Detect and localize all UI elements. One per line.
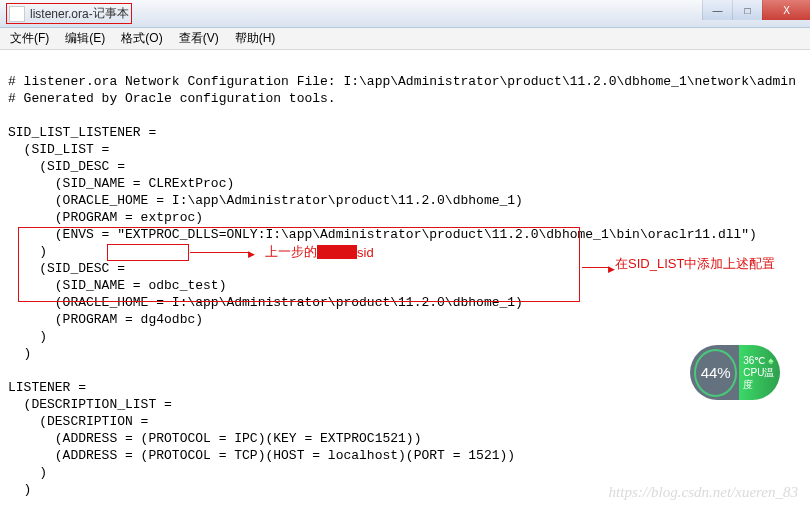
gauge-percent: 44% (694, 349, 737, 397)
close-button[interactable]: X (762, 0, 810, 20)
code-line: (ORACLE_HOME = I:\app\Administrator\prod… (8, 193, 523, 208)
sid-name-value: odbc_test (148, 278, 218, 293)
code-line: ) (8, 329, 47, 344)
window-title-app: 记事本 (93, 5, 129, 22)
code-line: ) (8, 244, 47, 259)
window-title-file: listener.ora (30, 7, 89, 21)
code-line: (PROGRAM = dg4odbc) (8, 312, 203, 327)
code-line: (SID_DESC = (8, 159, 125, 174)
title-highlight-box: listener.ora - 记事本 (6, 3, 132, 24)
code-line: ) (8, 465, 47, 480)
code-line: (DESCRIPTION = (8, 414, 148, 429)
cpu-temp-gauge: 44% 36℃ ♠ CPU温度 (690, 345, 780, 400)
code-line: (SID_DESC = (8, 261, 125, 276)
menu-edit[interactable]: 编辑(E) (59, 28, 111, 49)
code-line: SID_LIST_LISTENER = (8, 125, 156, 140)
menu-format[interactable]: 格式(O) (115, 28, 168, 49)
code-line: ) (8, 346, 31, 361)
code-text: ) (219, 278, 227, 293)
gauge-label: CPU温度 (743, 367, 780, 391)
menu-file[interactable]: 文件(F) (4, 28, 55, 49)
code-text: (SID_NAME = (8, 278, 148, 293)
annotation-arrow-sid: 上一步的 sid (190, 243, 374, 261)
code-line: # listener.ora Network Configuration Fil… (8, 74, 796, 89)
code-line: (SID_NAME = CLRExtProc) (8, 176, 234, 191)
text-editor-area[interactable]: # listener.ora Network Configuration Fil… (0, 50, 810, 507)
annotation-text-sid-post: sid (357, 245, 374, 260)
code-line: (ORACLE_HOME = I:\app\Administrator\prod… (8, 295, 523, 310)
window-titlebar: listener.ora - 记事本 — □ X (0, 0, 810, 28)
watermark-text: https://blog.csdn.net/xueren_83 (609, 484, 798, 501)
menu-help[interactable]: 帮助(H) (229, 28, 282, 49)
maximize-button[interactable]: □ (732, 0, 762, 20)
annotation-redacted (317, 245, 357, 259)
annotation-text-sid-pre: 上一步的 (265, 243, 317, 261)
code-line: LISTENER = (8, 380, 86, 395)
annotation-arrow-block (582, 260, 615, 275)
code-line: (DESCRIPTION_LIST = (8, 397, 172, 412)
code-line: (ADDRESS = (PROTOCOL = IPC)(KEY = EXTPRO… (8, 431, 421, 446)
window-controls: — □ X (702, 0, 810, 20)
app-icon (9, 6, 25, 22)
annotation-text-block: 在SID_LIST中添加上述配置 (615, 256, 790, 272)
leaf-icon: ♠ (768, 355, 773, 366)
menu-bar: 文件(F) 编辑(E) 格式(O) 查看(V) 帮助(H) (0, 28, 810, 50)
gauge-temp: 36℃ (743, 355, 765, 366)
code-line: (ADDRESS = (PROTOCOL = TCP)(HOST = local… (8, 448, 515, 463)
code-line: ) (8, 482, 31, 497)
menu-view[interactable]: 查看(V) (173, 28, 225, 49)
code-line: # Generated by Oracle configuration tool… (8, 91, 336, 106)
code-line: (ENVS = "EXTPROC_DLLS=ONLY:I:\app\Admini… (8, 227, 757, 242)
code-line: (PROGRAM = extproc) (8, 210, 203, 225)
minimize-button[interactable]: — (702, 0, 732, 20)
gauge-info: 36℃ ♠ CPU温度 (743, 355, 780, 391)
code-line: (SID_NAME = odbc_test) (8, 278, 226, 293)
code-line: (SID_LIST = (8, 142, 109, 157)
